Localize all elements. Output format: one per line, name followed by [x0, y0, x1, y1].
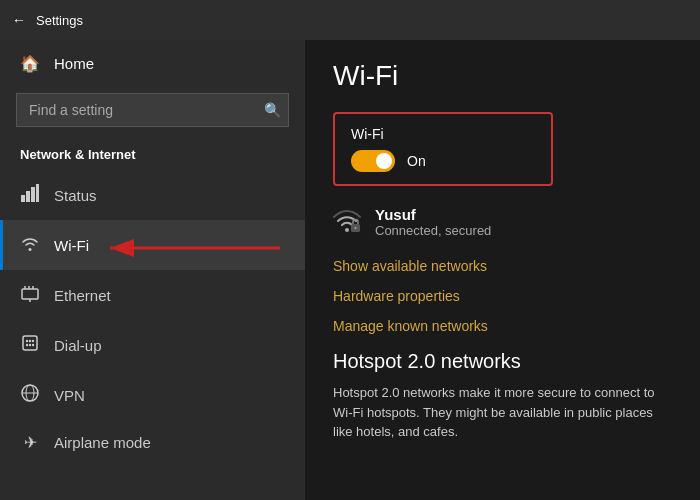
manage-known-networks-link[interactable]: Manage known networks [333, 318, 672, 334]
airplane-icon: ✈ [20, 433, 40, 452]
status-label: Status [54, 187, 97, 204]
sidebar-item-home[interactable]: 🏠 Home [0, 40, 305, 87]
network-name: Yusuf [375, 206, 491, 223]
svg-point-23 [355, 227, 357, 229]
svg-point-15 [26, 344, 28, 346]
wifi-toggle-label: Wi-Fi [351, 126, 535, 142]
search-input[interactable] [16, 93, 289, 127]
svg-rect-6 [22, 289, 38, 299]
main-layout: 🏠 Home 🔍 Network & Internet Status [0, 40, 700, 500]
section-heading: Network & Internet [0, 137, 305, 170]
search-box: 🔍 [16, 93, 289, 127]
show-available-networks-link[interactable]: Show available networks [333, 258, 672, 274]
hardware-properties-link[interactable]: Hardware properties [333, 288, 672, 304]
titlebar: ← Settings [0, 0, 700, 40]
svg-point-16 [29, 344, 31, 346]
panel-title: Wi-Fi [333, 60, 672, 92]
wifi-toggle-switch[interactable] [351, 150, 395, 172]
svg-point-21 [345, 228, 349, 232]
red-arrow-annotation [100, 228, 300, 268]
sidebar-item-dialup[interactable]: Dial-up [0, 320, 305, 370]
network-item: Yusuf Connected, secured [333, 206, 672, 242]
hotspot-title: Hotspot 2.0 networks [333, 350, 672, 373]
ethernet-label: Ethernet [54, 287, 111, 304]
ethernet-icon [20, 283, 40, 307]
svg-rect-1 [26, 191, 30, 202]
dialup-label: Dial-up [54, 337, 102, 354]
svg-rect-11 [23, 336, 37, 350]
home-icon: 🏠 [20, 54, 40, 73]
svg-rect-3 [36, 184, 39, 202]
search-icon-button[interactable]: 🔍 [264, 102, 281, 118]
wifi-label: Wi-Fi [54, 237, 89, 254]
network-status: Connected, secured [375, 223, 491, 238]
titlebar-title: Settings [36, 13, 83, 28]
svg-rect-2 [31, 187, 35, 202]
wifi-toggle-section: Wi-Fi On [333, 112, 553, 186]
svg-point-14 [32, 340, 34, 342]
dialup-icon [20, 333, 40, 357]
svg-point-12 [26, 340, 28, 342]
sidebar-item-ethernet[interactable]: Ethernet [0, 270, 305, 320]
hotspot-desc: Hotspot 2.0 networks make it more secure… [333, 383, 672, 442]
svg-rect-0 [21, 195, 25, 202]
sidebar-item-wifi[interactable]: Wi-Fi [0, 220, 305, 270]
right-panel: Wi-Fi Wi-Fi On [305, 40, 700, 500]
vpn-label: VPN [54, 387, 85, 404]
back-button[interactable]: ← [12, 12, 26, 28]
sidebar-item-airplane[interactable]: ✈ Airplane mode [0, 420, 305, 465]
vpn-icon [20, 383, 40, 407]
status-icon [20, 183, 40, 207]
svg-point-17 [32, 344, 34, 346]
sidebar-item-status[interactable]: Status [0, 170, 305, 220]
network-wifi-icon [333, 208, 361, 242]
sidebar-item-vpn[interactable]: VPN [0, 370, 305, 420]
toggle-state-label: On [407, 153, 426, 169]
airplane-label: Airplane mode [54, 434, 151, 451]
home-label: Home [54, 55, 94, 72]
svg-point-13 [29, 340, 31, 342]
sidebar: 🏠 Home 🔍 Network & Internet Status [0, 40, 305, 500]
wifi-icon [20, 233, 40, 257]
toggle-row: On [351, 150, 535, 172]
